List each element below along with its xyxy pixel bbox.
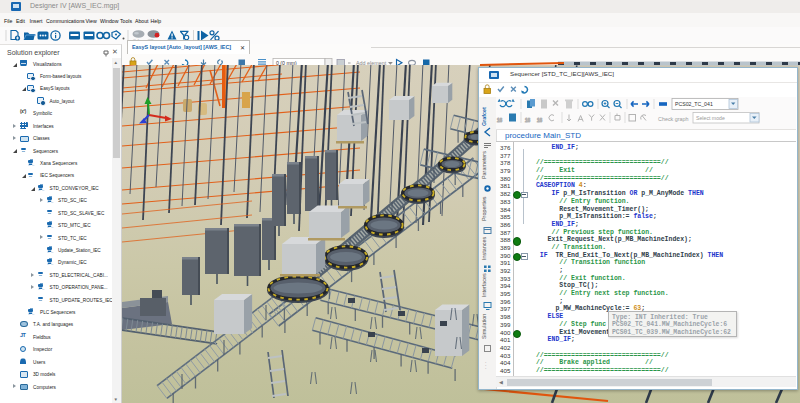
- svg-text:PCS02_TC_041: PCS02_TC_041: [675, 101, 713, 107]
- svg-text:16: 16: [537, 118, 543, 123]
- svg-text:16: 16: [525, 118, 531, 123]
- svg-text:Select mode: Select mode: [696, 115, 725, 121]
- svg-text:16: 16: [497, 118, 503, 123]
- svg-text:Check graph: Check graph: [658, 116, 689, 122]
